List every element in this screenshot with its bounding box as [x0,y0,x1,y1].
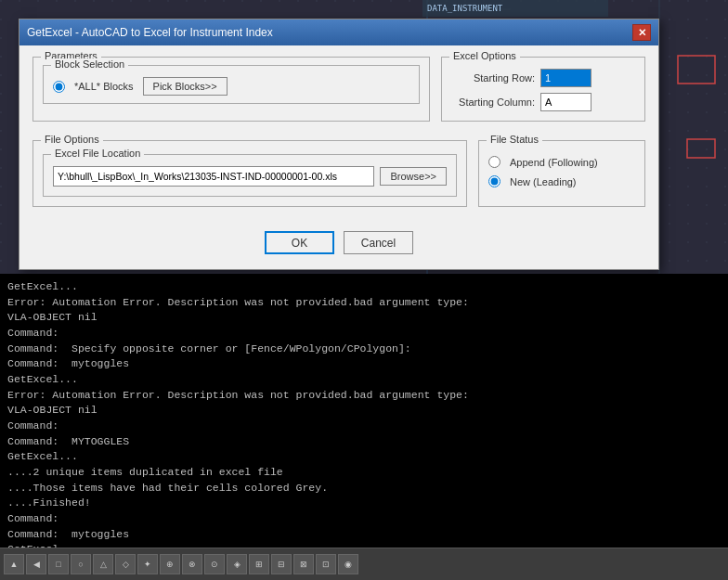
svg-text:DATA_INSTRUMENT: DATA_INSTRUMENT [427,4,503,13]
append-radio-row: Append (Following) [488,156,635,168]
svg-rect-3 [678,56,715,84]
console-line: ....2 unique items duplicated in excel f… [7,465,721,481]
append-radio[interactable] [488,156,500,168]
toolbar-button[interactable]: ◀ [26,554,46,574]
new-radio-row: New (Leading) [488,175,635,187]
toolbar-button[interactable]: ○ [71,554,91,574]
dialog-footer: OK Cancel [32,226,645,258]
file-path-row: Browse>> [53,166,447,187]
file-options-group: File Options Excel File Location Browse>… [32,140,467,207]
starting-row-row: Starting Row: [451,69,635,87]
console-line: Command: mytoggles [7,527,721,543]
toolbar-button[interactable]: ◉ [338,554,358,574]
new-radio[interactable] [488,175,500,187]
console-line: Error: Automation Error. Description was… [7,295,721,311]
console-line: ....Finished! [7,496,721,511]
dialog-body: Parameters Block Selection *ALL* Blocks … [20,45,658,269]
console-line: Command: Specify opposite corner or [Fen… [7,342,721,357]
console-line: ....Those items have had their cells col… [7,481,721,496]
file-location-group: Excel File Location Browse>> [43,154,457,197]
toolbar-button[interactable]: ⊙ [204,554,225,574]
file-status-title: File Status [487,134,542,145]
toolbar-button[interactable]: ▲ [4,554,24,574]
append-label: Append (Following) [510,157,598,168]
starting-col-label: Starting Column: [451,97,535,108]
console-line: GetExcel... [7,372,721,388]
dialog-close-button[interactable]: ✕ [632,24,651,41]
block-selection-title: Block Selection [51,58,128,70]
block-selection-group: Block Selection *ALL* Blocks Pick Blocks… [43,65,420,104]
pick-blocks-button[interactable]: Pick Blocks>> [143,77,228,96]
excel-options-title: Excel Options [449,50,520,61]
starting-col-input[interactable] [540,93,592,111]
console-line: VLA-OBJECT nil [7,403,721,419]
file-status-group: File Status Append (Following) New (Lead… [478,140,645,207]
dialog-overlay: GetExcel - AutoCAD to Excel for Instrume… [19,19,659,270]
toolbar-button[interactable]: ✦ [137,554,158,574]
excel-options-group: Excel Options Starting Row: Starting Col… [441,57,645,122]
toolbar-button[interactable]: ◈ [227,554,247,574]
starting-row-label: Starting Row: [451,72,535,84]
toolbar-button[interactable]: ⊡ [316,554,336,574]
toolbar-button[interactable]: ⊠ [293,554,314,574]
svg-rect-4 [687,139,715,158]
toolbar-button[interactable]: ⊞ [249,554,269,574]
toolbar-button[interactable]: ⊟ [271,554,292,574]
bottom-toolbar: ▲◀□○△◇✦⊕⊗⊙◈⊞⊟⊠⊡◉ [0,548,728,580]
console-line: Command: mytoggles [7,356,721,372]
toolbar-button[interactable]: △ [93,554,113,574]
file-options-title: File Options [41,134,103,145]
file-location-title: Excel File Location [51,148,144,159]
dialog-window: GetExcel - AutoCAD to Excel for Instrume… [19,19,659,270]
ok-button[interactable]: OK [265,231,334,254]
starting-row-input[interactable] [540,69,592,87]
block-selection-row: *ALL* Blocks Pick Blocks>> [53,77,410,96]
excel-options-form: Starting Row: Starting Column: [451,69,635,111]
dialog-title: GetExcel - AutoCAD to Excel for Instrume… [27,26,273,39]
top-row: Parameters Block Selection *ALL* Blocks … [32,57,645,131]
dialog-titlebar: GetExcel - AutoCAD to Excel for Instrume… [20,19,658,45]
new-label: New (Leading) [510,176,577,187]
toolbar-button[interactable]: ⊕ [160,554,180,574]
starting-col-row: Starting Column: [451,93,635,111]
toolbar-button[interactable]: ⊗ [182,554,202,574]
console-line: VLA-OBJECT nil [7,310,721,326]
parameters-group: Parameters Block Selection *ALL* Blocks … [32,57,430,122]
file-options-row: File Options Excel File Location Browse>… [32,140,645,216]
console-line: Command: MYTOGGLES [7,434,721,450]
all-blocks-radio[interactable] [53,81,65,93]
console-line: Error: Automation Error. Description was… [7,388,721,404]
toolbar-button[interactable]: □ [48,554,69,574]
console-line: GetExcel... [7,449,721,465]
file-path-input[interactable] [53,166,374,187]
console-line: Command: [7,419,721,434]
console-line: GetExcel... [7,279,721,295]
console-area: GetExcel...Error: Automation Error. Desc… [0,274,728,548]
console-line: Command: [7,326,721,342]
console-line: Command: [7,511,721,527]
toolbar-button[interactable]: ◇ [115,554,136,574]
browse-button[interactable]: Browse>> [380,167,447,186]
file-status-options: Append (Following) New (Leading) [488,152,635,187]
all-blocks-label: *ALL* Blocks [74,81,134,92]
cancel-button[interactable]: Cancel [344,231,413,254]
